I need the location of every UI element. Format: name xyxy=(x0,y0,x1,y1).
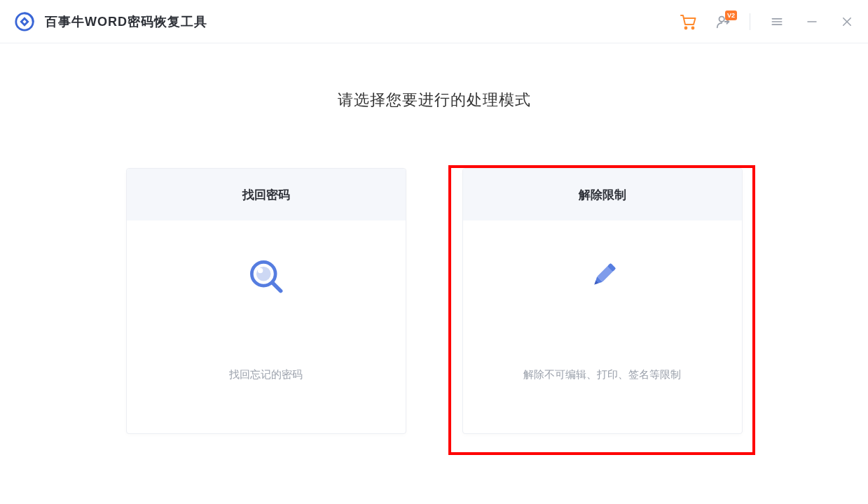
search-icon xyxy=(242,252,291,301)
user-icon[interactable]: V2 xyxy=(715,13,731,30)
svg-line-15 xyxy=(273,283,280,290)
svg-point-5 xyxy=(719,16,724,21)
svg-point-14 xyxy=(257,267,263,273)
app-title: 百事牛WORD密码恢复工具 xyxy=(45,13,207,30)
minimize-icon[interactable] xyxy=(804,13,820,30)
svg-point-4 xyxy=(692,27,694,29)
svg-point-3 xyxy=(685,27,687,29)
card-body: 解除不可编辑、打印、签名等限制 xyxy=(463,220,742,433)
separator xyxy=(750,13,750,30)
card-title: 找回密码 xyxy=(127,169,406,220)
card-recover-password[interactable]: 找回密码 找回忘记的密码 xyxy=(126,168,406,434)
card-desc: 找回忘记的密码 xyxy=(229,368,303,382)
close-icon[interactable] xyxy=(839,13,855,30)
headline: 请选择您要进行的处理模式 xyxy=(338,90,531,111)
pencil-icon xyxy=(578,252,627,301)
app-logo-icon xyxy=(14,11,35,32)
titlebar: 百事牛WORD密码恢复工具 V2 xyxy=(0,0,868,43)
cart-icon[interactable] xyxy=(680,13,696,30)
main-area: 请选择您要进行的处理模式 找回密码 找回忘记的密码 解除限制 xyxy=(0,43,868,434)
mode-cards: 找回密码 找回忘记的密码 解除限制 xyxy=(126,168,743,434)
card-body: 找回忘记的密码 xyxy=(127,220,406,433)
menu-icon[interactable] xyxy=(769,13,785,30)
user-badge: V2 xyxy=(725,10,737,20)
card-remove-restrictions[interactable]: 解除限制 解除不可编辑、打印、签名等限制 xyxy=(462,168,743,434)
card-desc: 解除不可编辑、打印、签名等限制 xyxy=(523,368,681,382)
titlebar-actions: V2 xyxy=(680,13,855,30)
card-title: 解除限制 xyxy=(463,169,742,220)
